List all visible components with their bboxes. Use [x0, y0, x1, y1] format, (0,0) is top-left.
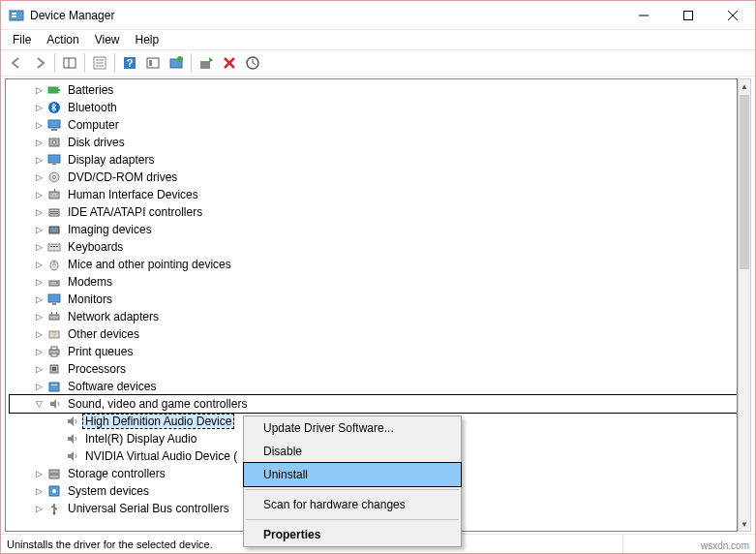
scroll-down-arrow[interactable]: ▼: [739, 517, 750, 531]
cpu-icon: [46, 361, 62, 377]
tree-node[interactable]: ▷Imaging devices: [10, 221, 737, 238]
tree-node-label: Modems: [66, 275, 114, 289]
menu-action[interactable]: Action: [39, 31, 86, 48]
menu-help[interactable]: Help: [128, 31, 167, 48]
back-button[interactable]: [5, 51, 28, 75]
expand-icon[interactable]: ▷: [31, 344, 46, 359]
show-hide-console-button[interactable]: [58, 51, 81, 75]
toolbar-button[interactable]: [165, 51, 188, 75]
svg-rect-39: [48, 244, 60, 251]
tree-node[interactable]: ▷Keyboards: [10, 238, 737, 256]
svg-point-46: [56, 282, 58, 284]
tree-node[interactable]: ▷Disk drives: [10, 134, 737, 151]
tree-node[interactable]: ▷Software devices: [10, 378, 737, 395]
usb-icon: [46, 501, 62, 516]
tree-node-label: Universal Serial Bus controllers: [66, 502, 231, 515]
tree-node[interactable]: ▽Sound, video and game controllers: [10, 395, 737, 413]
monitor-icon: [46, 292, 62, 307]
tree-node-label: Human Interface Devices: [66, 188, 200, 201]
expand-icon[interactable]: ▷: [31, 274, 46, 290]
expand-icon[interactable]: ▷: [31, 169, 46, 185]
update-driver-button[interactable]: [195, 51, 218, 75]
minimize-button[interactable]: [621, 1, 666, 30]
menu-view[interactable]: View: [87, 31, 128, 48]
expand-icon[interactable]: ▷: [31, 483, 46, 499]
context-menu-item[interactable]: Uninstall: [244, 463, 461, 486]
expand-icon[interactable]: ▷: [31, 309, 46, 324]
maximize-button[interactable]: [666, 1, 711, 30]
context-menu-item[interactable]: Disable: [244, 440, 461, 463]
tree-node-label: Network adapters: [66, 310, 161, 323]
toolbar: ?: [1, 49, 755, 77]
tree-node[interactable]: ▷Batteries: [10, 81, 737, 99]
expand-icon[interactable]: ▷: [31, 187, 46, 202]
computer-icon: [46, 117, 62, 133]
tree-node[interactable]: ▷Modems: [10, 273, 737, 291]
expand-icon[interactable]: ▷: [31, 257, 46, 272]
expand-icon[interactable]: ▷: [31, 222, 46, 237]
tree-node-label: Storage controllers: [66, 467, 167, 480]
expand-icon[interactable]: ▷: [31, 152, 46, 168]
expand-icon[interactable]: ▷: [31, 292, 46, 307]
tree-node[interactable]: ▷IDE ATA/ATAPI controllers: [10, 203, 737, 221]
properties-button[interactable]: [88, 51, 111, 75]
toolbar-button[interactable]: [141, 51, 165, 75]
expand-icon[interactable]: ▷: [31, 204, 46, 220]
tree-node[interactable]: ▷Network adapters: [10, 308, 737, 325]
expand-icon[interactable]: ▷: [31, 135, 46, 150]
context-menu-item[interactable]: Scan for hardware changes: [244, 493, 461, 516]
expand-icon[interactable]: ▷: [31, 82, 46, 98]
help-button[interactable]: ?: [118, 51, 141, 75]
tree-node[interactable]: ▷?Other devices: [10, 325, 737, 343]
svg-rect-2: [12, 15, 16, 17]
context-menu-item[interactable]: Properties: [244, 523, 461, 546]
titlebar: Device Manager: [1, 1, 755, 30]
collapse-icon[interactable]: ▽: [31, 396, 46, 412]
tree-node[interactable]: ▷Human Interface Devices: [10, 186, 737, 203]
tree-node-label: Computer: [66, 118, 121, 132]
toolbar-separator: [54, 53, 55, 73]
scan-hardware-button[interactable]: [241, 51, 264, 75]
tree-node-label: Print queues: [66, 345, 135, 358]
speaker-icon: [64, 414, 79, 429]
context-menu-separator: [246, 519, 459, 520]
expand-icon[interactable]: ▷: [31, 100, 46, 115]
speaker-icon: [64, 448, 79, 464]
svg-rect-32: [49, 192, 59, 199]
svg-rect-40: [50, 246, 52, 247]
uninstall-button[interactable]: [218, 51, 241, 75]
tree-node[interactable]: ▷DVD/CD-ROM drives: [10, 169, 737, 186]
svg-rect-62: [49, 475, 59, 478]
menu-file[interactable]: File: [5, 31, 39, 48]
svg-rect-15: [147, 58, 159, 68]
svg-rect-33: [54, 189, 55, 192]
scroll-up-arrow[interactable]: ▲: [739, 79, 750, 93]
expand-icon[interactable]: ▷: [31, 326, 46, 342]
close-button[interactable]: [711, 1, 755, 30]
svg-rect-47: [48, 294, 60, 302]
context-menu-item[interactable]: Update Driver Software...: [244, 416, 461, 440]
svg-point-27: [52, 140, 56, 144]
tree-node-label: Mice and other pointing devices: [66, 258, 233, 271]
tree-node[interactable]: ▷Computer: [10, 116, 737, 134]
tree-node[interactable]: ▷Display adapters: [10, 151, 737, 169]
svg-rect-61: [49, 470, 59, 474]
tree-node-label: Display adapters: [66, 153, 156, 167]
scrollbar-thumb[interactable]: [740, 95, 749, 269]
tree-node[interactable]: ▷Mice and other pointing devices: [10, 256, 737, 273]
vertical-scrollbar[interactable]: ▲ ▼: [738, 78, 751, 532]
expand-icon[interactable]: ▷: [31, 361, 46, 377]
tree-node[interactable]: ▷Print queues: [10, 343, 737, 360]
expand-icon[interactable]: ▷: [31, 501, 46, 516]
expand-icon[interactable]: ▷: [31, 466, 46, 481]
expand-icon[interactable]: ▷: [31, 379, 46, 394]
tree-node[interactable]: ▷Processors: [10, 360, 737, 378]
expand-icon[interactable]: ▷: [31, 239, 46, 255]
svg-point-65: [53, 512, 56, 515]
mouse-icon: [46, 257, 62, 272]
svg-rect-41: [53, 246, 55, 247]
tree-node[interactable]: ▷Monitors: [10, 291, 737, 308]
forward-button[interactable]: [28, 51, 51, 75]
tree-node[interactable]: ▷Bluetooth: [10, 99, 737, 116]
expand-icon[interactable]: ▷: [31, 117, 46, 133]
